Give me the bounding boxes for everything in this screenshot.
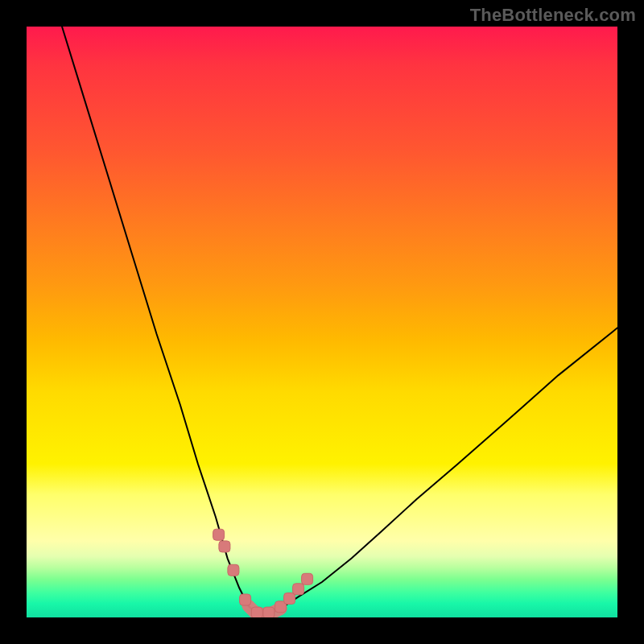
curve-marker — [251, 607, 262, 617]
chart-frame — [0, 0, 644, 644]
curve-marker — [263, 607, 275, 617]
curve-marker — [293, 584, 304, 595]
bottleneck-curve-line — [62, 27, 617, 614]
curve-marker — [213, 529, 225, 540]
plot-area — [27, 27, 617, 617]
curve-marker — [219, 541, 230, 552]
bottleneck-curve-markers — [213, 529, 313, 617]
curve-marker — [228, 564, 239, 576]
bottleneck-curve-svg — [27, 27, 617, 617]
curve-marker — [302, 573, 313, 584]
curve-marker — [240, 594, 251, 605]
curve-marker — [284, 593, 295, 605]
watermark-text: TheBottleneck.com — [470, 5, 636, 26]
